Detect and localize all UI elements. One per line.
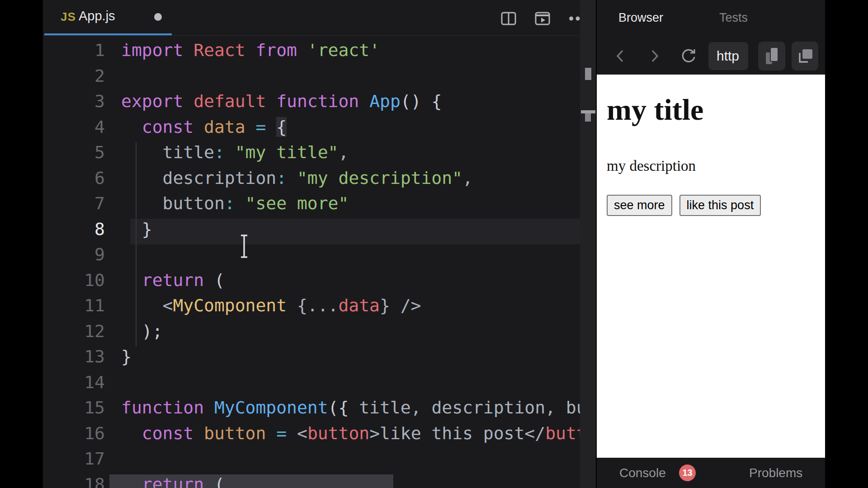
code-line <box>121 66 580 92</box>
code-line <box>121 244 580 270</box>
line-number: 6 <box>43 168 105 194</box>
open-new-window-icon <box>792 42 818 70</box>
forward-icon[interactable] <box>649 48 660 64</box>
tab-browser[interactable]: Browser <box>618 11 663 25</box>
line-number: 15 <box>43 398 105 423</box>
code-line: button: "see more" <box>121 193 580 219</box>
code-line: const button = <button>like this post</b… <box>121 423 580 449</box>
scrollbar-mark-stem <box>585 113 591 122</box>
line-number: 17 <box>43 449 105 474</box>
line-number: 1 <box>43 40 105 66</box>
run-preview-icon[interactable] <box>535 11 550 26</box>
line-number: 5 <box>43 142 105 168</box>
refresh-icon[interactable] <box>679 47 698 65</box>
active-tab-underline <box>44 33 172 35</box>
tab-tests[interactable]: Tests <box>719 11 748 25</box>
code-line: <MyComponent {...data} /> <box>121 296 580 321</box>
code-line: const data = { <box>121 117 580 143</box>
code-line: function MyComponent({ title, descriptio… <box>121 398 580 423</box>
problems-tab[interactable]: Problems <box>749 458 802 488</box>
scrollbar-thumb[interactable] <box>585 68 591 80</box>
line-number: 2 <box>43 66 105 92</box>
line-number: 16 <box>43 423 105 449</box>
app-window: JS App.js 123456789101112131415161718 im… <box>0 0 868 488</box>
preview-panel: Browser Tests http my t <box>597 0 825 488</box>
code-line: title: "my title", <box>121 142 580 168</box>
line-number: 8 <box>43 219 105 245</box>
responsive-mode-button[interactable] <box>758 42 785 70</box>
line-number: 3 <box>43 91 105 117</box>
scrollbar-mark-bar <box>581 110 595 113</box>
split-editor-icon[interactable] <box>501 11 516 26</box>
preview-title: my title <box>607 92 703 128</box>
url-text: http <box>717 42 739 70</box>
code-line <box>121 449 580 474</box>
code-lines[interactable]: import React from 'react'export default … <box>121 40 580 488</box>
line-number: 13 <box>43 347 105 372</box>
code-line <box>121 372 580 398</box>
line-number: 10 <box>43 270 105 296</box>
console-tab[interactable]: Console <box>619 458 666 488</box>
code-line: export default function App() { <box>121 91 580 117</box>
panel-status-bar: Console 13 Problems <box>597 458 825 488</box>
like-this-post-button[interactable]: like this post <box>679 195 761 216</box>
code-line: return ( <box>121 270 580 296</box>
unsaved-changes-dot <box>154 13 162 21</box>
tab-title: App.js <box>79 9 115 23</box>
line-number: 14 <box>43 372 105 398</box>
open-new-window-button[interactable] <box>792 42 818 70</box>
back-icon[interactable] <box>615 48 626 64</box>
see-more-button[interactable]: see more <box>607 195 672 216</box>
javascript-file-icon: JS <box>61 10 76 24</box>
responsive-mode-icon <box>758 42 785 70</box>
preview-description: my description <box>607 157 696 175</box>
line-number: 7 <box>43 193 105 219</box>
code-line: } <box>121 347 580 372</box>
gutter: 123456789101112131415161718 <box>43 40 105 488</box>
text-cursor-pointer <box>238 234 250 259</box>
line-number: 4 <box>43 117 105 143</box>
line-number: 11 <box>43 296 105 321</box>
preview-button-row: see more like this post <box>607 195 761 216</box>
browser-preview: my title my description see more like th… <box>597 75 825 458</box>
line-number: 12 <box>43 321 105 347</box>
console-count-badge: 13 <box>679 465 696 481</box>
code-line: import React from 'react' <box>121 40 580 66</box>
code-line: return ( <box>121 474 580 488</box>
line-number: 18 <box>43 474 105 488</box>
url-input[interactable]: http <box>708 42 748 70</box>
code-line: } <box>121 219 580 245</box>
code-line: ); <box>121 321 580 347</box>
code-line: description: "my description", <box>121 168 580 194</box>
line-number: 9 <box>43 244 105 270</box>
